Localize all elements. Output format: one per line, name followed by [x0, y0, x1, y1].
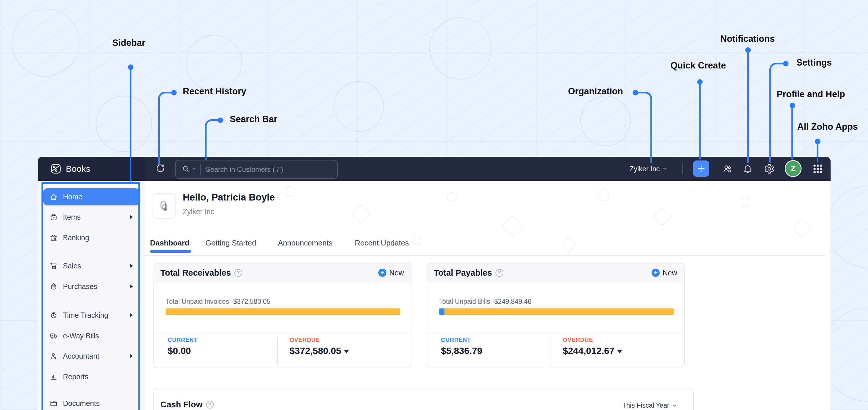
- main-content: Hello, Patricia Boyle Zylker Inc Dashboa…: [145, 181, 825, 410]
- doodle-shape: [412, 236, 421, 245]
- bg-decor-circle: [186, 35, 242, 91]
- chevron-down-icon: [662, 166, 667, 171]
- users-icon: [722, 164, 733, 174]
- unpaid-summary: Total Unpaid Bills $249,849.46: [439, 298, 531, 306]
- column-divider: [277, 337, 278, 365]
- receivables-progress-bar: [166, 309, 400, 315]
- quick-create-button[interactable]: [693, 160, 709, 177]
- search-divider: [200, 164, 201, 175]
- books-logo[interactable]: Books: [50, 163, 91, 175]
- callout-line: [769, 63, 785, 162]
- bg-decor-circle: [11, 9, 80, 76]
- help-icon[interactable]: ?: [496, 269, 503, 277]
- card-title: Total Receivables: [160, 268, 231, 278]
- notifications-button[interactable]: [742, 163, 753, 175]
- annotation-search-bar: Search Bar: [230, 114, 277, 124]
- unpaid-amount: $249,849.46: [494, 298, 531, 305]
- doodle-shape: [598, 189, 609, 201]
- current-value: $5,836.79: [441, 346, 482, 356]
- active-tab-indicator: [150, 250, 191, 253]
- bg-decor-circle: [429, 18, 491, 80]
- referrals-button[interactable]: [721, 163, 733, 175]
- callout-line: [158, 92, 174, 165]
- tab-announcements[interactable]: Announcements: [278, 239, 333, 248]
- doodle-shape: [740, 197, 750, 207]
- greeting-company: Zylker Inc: [183, 208, 214, 216]
- card-header: Total Receivables ? + New: [154, 263, 411, 282]
- profile-avatar[interactable]: Z: [785, 160, 802, 177]
- annotation-sidebar: Sidebar: [112, 38, 145, 48]
- doodle-shape: [560, 236, 577, 253]
- all-zoho-apps-button[interactable]: [812, 163, 824, 175]
- plus-icon: +: [652, 269, 660, 277]
- settings-button[interactable]: [764, 163, 775, 175]
- callout-dot: [128, 64, 133, 70]
- fiscal-year-dropdown[interactable]: This Fiscal Year: [622, 402, 677, 409]
- tab-getting-started[interactable]: Getting Started: [206, 239, 256, 248]
- greeting-title: Hello, Patricia Boyle: [183, 192, 275, 203]
- app-name: Books: [66, 164, 91, 174]
- doodle-shape: [502, 215, 524, 238]
- current-label: CURRENT: [441, 337, 471, 343]
- doodle-shape: [653, 207, 672, 226]
- cash-flow-title: Cash Flow: [160, 400, 203, 409]
- card-divider: [427, 333, 684, 334]
- plus-icon: [697, 164, 706, 173]
- help-icon[interactable]: ?: [206, 401, 214, 409]
- callout-dot: [697, 79, 703, 85]
- avatar-letter: Z: [790, 164, 796, 173]
- bell-icon: [742, 164, 753, 174]
- grid-apps-icon: [812, 163, 823, 175]
- callout-line: [205, 119, 220, 160]
- overdue-value-dropdown[interactable]: $244,012.67: [563, 346, 622, 356]
- annotation-settings: Settings: [796, 58, 832, 68]
- books-logo-icon: [50, 163, 62, 175]
- current-value: $0.00: [168, 346, 191, 356]
- tab-recent-updates[interactable]: Recent Updates: [355, 239, 409, 248]
- unpaid-amount: $372,580.05: [233, 298, 270, 305]
- overdue-bar-segment: [166, 309, 400, 315]
- overdue-label: OVERDUE: [563, 337, 593, 343]
- global-search-bar[interactable]: Search in Customers ( / ): [175, 160, 338, 179]
- help-icon[interactable]: ?: [235, 269, 242, 277]
- tab-dashboard[interactable]: Dashboard: [150, 239, 189, 248]
- cash-flow-card: Cash Flow ? This Fiscal Year: [153, 388, 694, 410]
- bg-decor-circle: [96, 96, 152, 152]
- callout-dot: [815, 139, 820, 144]
- search-input[interactable]: Search in Customers ( / ): [206, 165, 283, 174]
- new-bill-button[interactable]: + New: [652, 269, 677, 277]
- bg-decor-circle: [827, 186, 868, 268]
- caret-down-icon: [344, 350, 349, 353]
- total-payables-card: Total Payables ? + New Total Unpaid Bill…: [427, 263, 685, 368]
- search-scope-chevron-icon[interactable]: [191, 166, 196, 172]
- card-title: Total Payables: [434, 268, 492, 278]
- annotation-all-zoho-apps: All Zoho Apps: [797, 122, 858, 132]
- doodle-shape: [447, 192, 457, 202]
- callout-dot: [171, 90, 177, 95]
- callout-dot: [745, 47, 751, 53]
- annotation-profile-help: Profile and Help: [777, 89, 845, 99]
- callout-line: [699, 83, 701, 160]
- total-receivables-card: Total Receivables ? + New Total Unpaid I…: [153, 263, 411, 368]
- annotation-notifications: Notifications: [720, 34, 775, 44]
- overdue-value-dropdown[interactable]: $372,580.05: [289, 346, 349, 356]
- doodle-shape: [792, 219, 813, 239]
- callout-line: [817, 143, 818, 162]
- new-invoice-button[interactable]: + New: [378, 269, 404, 277]
- card-header: Total Payables ? + New: [427, 263, 684, 282]
- organization-name: Zylker Inc: [629, 165, 660, 173]
- callout-dot: [783, 61, 788, 66]
- callout-dot: [633, 90, 638, 95]
- current-label: CURRENT: [168, 337, 197, 343]
- callout-line: [636, 92, 652, 163]
- bg-decor-circle: [334, 81, 384, 132]
- annotation-organization: Organization: [568, 86, 623, 97]
- annotation-recent-history: Recent History: [183, 86, 246, 97]
- column-divider: [551, 337, 551, 365]
- overdue-label: OVERDUE: [289, 337, 320, 343]
- card-divider: [154, 333, 411, 334]
- chevron-down-icon: [672, 403, 677, 408]
- sidebar-highlight-box: [41, 182, 140, 410]
- callout-line: [130, 68, 131, 183]
- search-icon: [182, 165, 190, 174]
